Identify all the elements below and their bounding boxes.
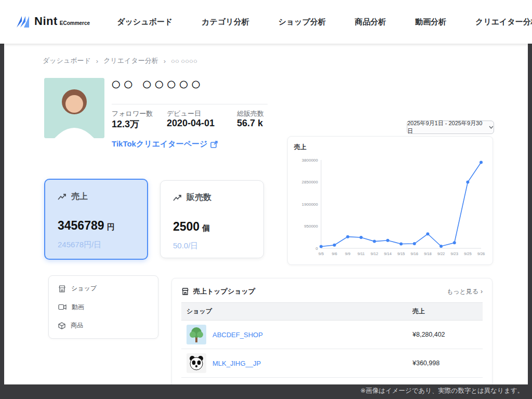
sales-line-chart: 09500001900000285000038000009/59/69/99/1…: [294, 154, 487, 263]
sales-per-day: 245678円/日: [58, 240, 135, 250]
top-shops-card: 売上トップショップ もっと見る › ショップ 売上: [171, 278, 493, 384]
table-row[interactable]: ABCDEF_SHOP ¥8,280,402: [181, 321, 483, 349]
svg-text:9/12: 9/12: [370, 251, 378, 256]
brand-logo[interactable]: Nint ECommerce: [16, 15, 90, 29]
main-nav: ダッシュボード カテゴリ分析 ショップ分析 商品分析 動画分析 クリエイター分析: [117, 17, 532, 27]
nav-item-creator[interactable]: クリエイター分析: [475, 17, 532, 27]
external-link-icon: [210, 141, 218, 148]
brand-name: Nint: [34, 15, 58, 28]
trend-line-icon: [58, 193, 67, 201]
sales-chart-card: 売上 09500001900000285000038000009/59/69/9…: [287, 136, 493, 265]
menu-item-product-label: 商品: [71, 321, 83, 330]
tiktok-creator-page-link[interactable]: TikTokクリエイターページ: [112, 139, 218, 149]
menu-item-shop-label: ショップ: [71, 284, 97, 293]
breadcrumb-creator-name: ○○ ○○○○: [171, 57, 197, 65]
creator-name: ○○ ○○○○○: [111, 74, 203, 94]
shop-link[interactable]: ABCDEF_SHOP: [212, 331, 263, 339]
video-camera-icon: [58, 304, 66, 310]
column-header-sales: 売上: [407, 303, 483, 321]
shop-avatar-tree: [187, 325, 206, 344]
shop-sales-value: ¥360,998: [407, 349, 483, 378]
chevron-down-icon: [489, 126, 494, 129]
svg-text:9/15: 9/15: [397, 251, 405, 256]
storefront-icon: [58, 285, 66, 292]
sales-metric-card[interactable]: 売上 3456789円 245678円/日: [44, 179, 148, 260]
date-range-selector[interactable]: 2025年9月1日 - 2025年9月30日: [407, 121, 494, 134]
svg-text:2850000: 2850000: [302, 180, 318, 184]
chevron-right-icon: ›: [164, 57, 166, 65]
svg-text:9/26: 9/26: [477, 251, 485, 256]
followers-label: フォロワー数: [112, 109, 153, 118]
see-more-label: もっと見る: [447, 287, 478, 296]
svg-text:9/9: 9/9: [345, 251, 350, 256]
units-card-value: 2500: [173, 220, 200, 233]
sales-card-unit: 円: [107, 222, 115, 231]
table-row[interactable]: MLK_JIHG__JP ¥360,998: [181, 349, 483, 378]
menu-item-video-label: 動画: [72, 303, 84, 312]
shop-sales-value: ¥8,280,402: [407, 321, 483, 349]
nint-logo-icon: [16, 15, 31, 29]
svg-text:950000: 950000: [304, 224, 318, 229]
entity-menu-card: ショップ 動画 商品: [48, 275, 158, 339]
brand-sub: ECommerce: [60, 20, 90, 26]
svg-text:1900000: 1900000: [302, 202, 318, 207]
tiktok-link-label: TikTokクリエイターページ: [112, 139, 207, 149]
svg-text:9/23: 9/23: [450, 251, 458, 256]
total-sales-label: 総販売数: [237, 109, 264, 118]
sales-card-value: 3456789: [58, 219, 104, 232]
svg-text:0: 0: [316, 246, 318, 251]
chevron-right-icon: ›: [481, 288, 483, 295]
nav-item-dashboard[interactable]: ダッシュボード: [117, 17, 172, 27]
shop-link[interactable]: MLK_JIHG__JP: [212, 360, 261, 367]
menu-item-shop[interactable]: ショップ: [58, 284, 149, 293]
trend-line-icon: [173, 194, 182, 202]
svg-text:9/16: 9/16: [410, 251, 418, 256]
debut-value: 2020-04-01: [167, 118, 215, 129]
menu-item-video[interactable]: 動画: [58, 303, 149, 312]
svg-text:3800000: 3800000: [302, 158, 318, 163]
nav-item-video[interactable]: 動画分析: [415, 17, 446, 27]
package-box-icon: [58, 322, 65, 329]
svg-text:9/11: 9/11: [357, 251, 365, 256]
total-sales-value: 56.7 k: [237, 118, 263, 129]
creator-avatar: [44, 78, 104, 138]
nav-item-category[interactable]: カテゴリ分析: [202, 17, 249, 27]
units-per-day: 50.0/日: [173, 241, 251, 251]
nav-item-shop[interactable]: ショップ分析: [278, 17, 326, 27]
storefront-icon: [181, 288, 189, 295]
chart-title: 売上: [294, 143, 487, 152]
top-shops-table: ショップ 売上: [181, 302, 483, 378]
followers-value: 12.3万: [112, 118, 139, 130]
see-more-link[interactable]: もっと見る ›: [447, 287, 483, 296]
debut-label: デビュー日: [167, 109, 201, 118]
top-shops-title: 売上トップショップ: [193, 287, 255, 296]
units-card-unit: 個: [202, 223, 210, 232]
svg-text:9/18: 9/18: [424, 251, 432, 256]
breadcrumb: ダッシュボード › クリエイター分析 › ○○ ○○○○: [43, 56, 197, 65]
units-metric-card[interactable]: 販売数 2500個 50.0/日: [160, 180, 264, 258]
image-disclaimer-note: ※画像はイメージであり、実際の数字とは異なります。: [360, 387, 524, 395]
breadcrumb-creator-analysis[interactable]: クリエイター分析: [103, 56, 158, 65]
date-range-value: 2025年9月1日 - 2025年9月30日: [407, 119, 486, 135]
svg-text:9/25: 9/25: [464, 251, 472, 256]
creator-photo-placeholder: [44, 78, 104, 138]
svg-text:9/22: 9/22: [437, 251, 445, 256]
sales-card-label: 売上: [71, 191, 88, 202]
svg-text:9/5: 9/5: [318, 251, 324, 256]
divider: [112, 104, 268, 104]
top-shops-title-row: 売上トップショップ: [181, 287, 255, 296]
svg-text:9/14: 9/14: [384, 251, 392, 256]
menu-item-product[interactable]: 商品: [58, 321, 149, 330]
top-nav: Nint ECommerce ダッシュボード カテゴリ分析 ショップ分析 商品分…: [0, 0, 532, 44]
column-header-shop: ショップ: [181, 303, 407, 321]
shop-avatar-panda: [187, 353, 206, 373]
nav-item-product[interactable]: 商品分析: [355, 17, 386, 27]
breadcrumb-dashboard[interactable]: ダッシュボード: [43, 56, 91, 65]
svg-text:9/6: 9/6: [331, 251, 337, 256]
page-content: ダッシュボード › クリエイター分析 › ○○ ○○○○ ○○ ○○○○○ フォ…: [4, 44, 528, 384]
units-card-label: 販売数: [187, 192, 211, 203]
chevron-right-icon: ›: [96, 57, 98, 65]
